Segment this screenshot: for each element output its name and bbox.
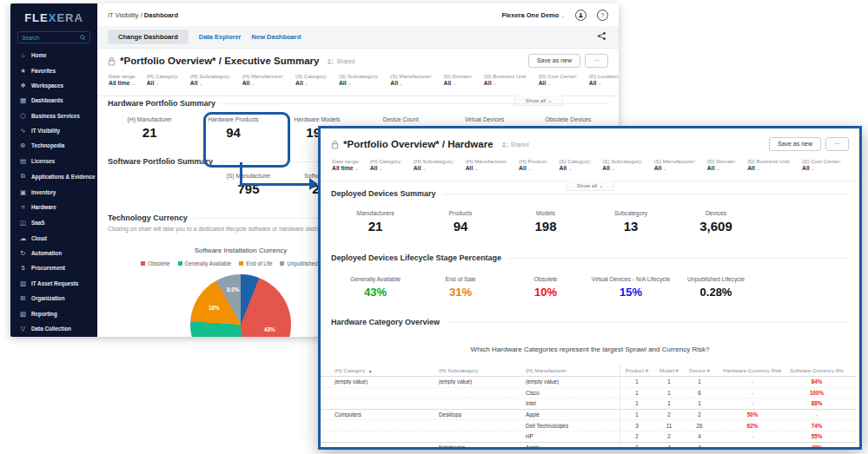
save-as-new-button[interactable]: Save as new [528,54,580,68]
more-options-button[interactable]: ⋯ [825,137,849,151]
hardware-summary-section: Hardware Portfolio Summary [97,99,619,108]
sidebar-item-home[interactable]: ⌂Home [10,48,97,63]
sidebar-item-dashboards[interactable]: ▦Dashboards [10,93,97,108]
sidebar-item-business-services[interactable]: ⬡Business Services [10,109,97,123]
legend-item-end-of-life[interactable]: End of Life [239,260,272,266]
legend-item-obsolete[interactable]: Obsolete [141,260,169,266]
table-row[interactable]: ComputersDesktopsApple12250%- [321,409,856,420]
sidebar-item-favorites[interactable]: ★Favorites [10,63,97,77]
account-menu[interactable]: Flexera One Demo ⌄ [501,11,565,19]
help-icon[interactable]: ? [597,10,608,21]
share-icon[interactable] [597,31,606,41]
user-profile-icon[interactable] [575,10,586,21]
home-icon: ⌂ [19,51,27,59]
dashboards-grid-icon: ▦ [19,96,27,104]
sidebar-item-inventory[interactable]: ▣Inventory [10,184,97,199]
save-as-new-button[interactable]: Save as new [769,137,821,151]
filter-value-text: All [466,165,474,171]
breadcrumb-section[interactable]: IT Visibility [108,11,139,19]
sidebar-item-label: Home [31,52,47,58]
sidebar-item-organization[interactable]: ⊞Organization [10,291,97,306]
chevron-down-icon: ⌄ [755,166,760,171]
cell-model: 1 [654,378,684,385]
sidebar-item-applications-evidence[interactable]: ⧉Applications & Evidence [10,168,97,184]
sidebar-item-saas[interactable]: ◫SaaS [10,215,97,230]
cell-software-currency-risk: 40% [790,444,844,450]
sidebar-item-it-asset-requests[interactable]: ▥IT Asset Requests [10,276,97,291]
filter-d-business-unit[interactable]: (D) Business Unit:All ⌄ [747,158,791,181]
filter-h-manufacturer[interactable]: (H) Manufacturer:All ⌄ [242,73,284,95]
filter-d-domain[interactable]: (D) Domain:All ⌄ [443,73,472,95]
filter-date-range[interactable]: Date rangeAll time ⌄ [332,158,359,181]
sidebar-item-data-collection[interactable]: ▽Data Collection [10,321,97,336]
column-header-model[interactable]: Model # [654,367,684,373]
table-row[interactable]: NotebooksApple144-40% [321,442,856,450]
sidebar-item-licenses[interactable]: ▤Licenses [10,154,97,168]
sidebar-item-hardware[interactable]: ⌗Hardware [10,200,97,215]
filter-d-domain[interactable]: (D) Domain:All ⌄ [707,158,736,181]
table-row[interactable]: Intel111-88% [321,398,856,409]
cell-h-manufacturer: Intel [526,400,620,406]
new-dashboard-link[interactable]: New Dashboard [252,33,301,41]
licenses-icon: ▤ [19,157,27,165]
column-header-h-manufacturer[interactable]: (H) Manufacturer [526,367,620,373]
kpi-subcategory: Subcategory13 [588,210,673,234]
sidebar-item-procurement[interactable]: $Procurement [10,260,97,275]
table-row[interactable]: Cisco116-100% [321,387,856,398]
cell-h-manufacturer: Apple [526,411,620,418]
filter-h-category[interactable]: (H) Category:All ⌄ [147,73,179,95]
chevron-down-icon: ⌄ [492,81,497,86]
filter-s-manufacturer[interactable]: (S) Manufacturer:All ⌄ [654,158,696,181]
sidebar-item-automation[interactable]: ↻Automation [10,246,97,260]
kpi-label: Subcategory [588,210,673,216]
legend-item-generally-available[interactable]: Generally Available [178,260,232,266]
more-options-button[interactable]: ⋯ [585,54,608,68]
pie-chart[interactable]: 43% 16% 8.0% [190,274,291,337]
filter-value-text: All [484,80,492,86]
column-header-h-category[interactable]: (H) Category ▲ [335,367,439,373]
change-dashboard-button[interactable]: Change Dashboard [108,30,189,44]
table-header-row: (H) Category ▲(H) Subcategory(H) Manufac… [321,365,856,376]
column-header-software-currency-risk[interactable]: Software Currency Risk [790,367,844,373]
filter-d-cost-center[interactable]: (D) Cost Center:All ⌄ [539,73,578,95]
chevron-down-icon: ⌄ [560,13,565,18]
filter-date-range[interactable]: Date rangeAll time ⌄ [109,73,136,95]
cell-model: 1 [654,400,684,406]
filter-label: (D) Cost Center: [802,158,841,164]
table-row[interactable]: (empty value)(empty value)(empty value)1… [321,376,856,387]
filter-h-subcategory[interactable]: (H) Subcategory:All ⌄ [414,158,454,181]
search-input[interactable]: Search [17,31,90,43]
table-row[interactable]: Dell Technologies3112662%74% [321,419,856,431]
table-row[interactable]: HP224-55% [321,431,856,442]
sidebar-item-workspaces[interactable]: ❖Workspaces [10,78,97,93]
sidebar-item-reporting[interactable]: ▧Reporting [10,306,97,320]
sidebar-item-cloud[interactable]: ☁Cloud [10,231,97,246]
kpi-value: 15% [588,286,673,299]
filter-d-business-unit[interactable]: (D) Business Unit:All ⌄ [484,73,527,95]
filter-h-manufacturer[interactable]: (H) Manufacturer:All ⌄ [466,158,507,181]
filter-value-text: All [414,165,421,171]
sidebar-item-technopedia[interactable]: ⊛Technopedia [10,138,97,153]
filter-s-subcategory[interactable]: (S) Subcategory:All ⌄ [339,73,379,95]
filter-s-subcategory[interactable]: (S) Subcategory:All ⌄ [602,158,642,181]
shared-badge: Shared [327,58,354,64]
filter-s-category[interactable]: (S) Category:All ⌄ [295,73,328,95]
column-header-hardware-currency-risk[interactable]: Hardware Currency Risk [715,367,790,373]
filter-s-manufacturer[interactable]: (S) Manufacturer:All ⌄ [390,73,432,95]
filter-d-location[interactable]: (D) Location:All ⌄ [589,73,619,95]
data-explorer-link[interactable]: Data Explorer [199,33,242,41]
sidebar-item-it-visibility[interactable]: ∿IT Visibility [10,123,97,138]
filter-h-subcategory[interactable]: (H) Subcategory:All ⌄ [190,73,231,95]
filter-d-cost-center[interactable]: (D) Cost Center:All ⌄ [802,158,841,181]
filter-h-category[interactable]: (H) Category:All ⌄ [370,158,402,181]
hw-dashboard-header: *Portfolio Overview* / Hardware Shared S… [321,137,859,151]
column-header-product[interactable]: Product # [620,367,654,373]
filter-h-product[interactable]: (H) Product:All ⌄ [519,158,547,181]
column-header-h-subcategory[interactable]: (H) Subcategory [439,367,526,373]
filter-label: (S) Manufacturer: [654,158,696,164]
cell-h-category: Computers [335,411,439,418]
filter-value: All ⌄ [190,80,231,86]
column-header-device[interactable]: Device # [684,367,715,373]
sidebar-item-administration[interactable]: ⚙Administration [10,336,97,337]
filter-s-category[interactable]: (S) Category:All ⌄ [559,158,591,181]
